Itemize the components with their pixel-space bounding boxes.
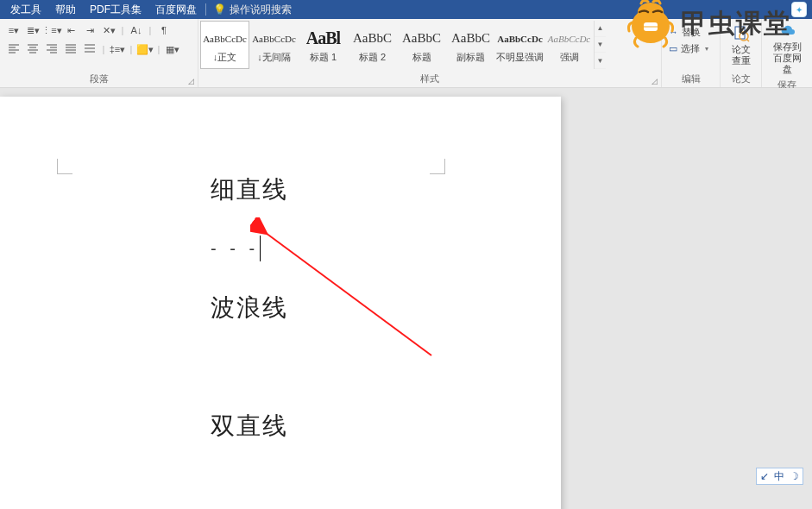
- styles-gallery[interactable]: AaBbCcDc ↓正文 AaBbCcDc ↓无间隔 AaBl 标题 1 AaB…: [200, 21, 606, 69]
- multilevel-list-button[interactable]: ⋮≡▾: [43, 22, 60, 38]
- paragraph-launcher-icon[interactable]: ◿: [188, 77, 194, 85]
- paragraph-separator-5: |: [155, 41, 162, 57]
- thesis-group-label: 论文: [721, 72, 761, 87]
- tab-dev-tools[interactable]: 发工具: [3, 3, 48, 17]
- lightbulb-icon: 💡: [213, 3, 226, 16]
- margin-corner-tr: [430, 159, 445, 174]
- margin-corner-tl: [57, 159, 72, 174]
- gallery-up-icon[interactable]: ▲: [595, 21, 606, 37]
- watermark-logo: 甲虫课堂 ✦: [624, 0, 807, 50]
- workspace: 细直线 - - - 波浪线 双直线 ↙ 中 ☽: [0, 88, 812, 509]
- increase-indent-button[interactable]: ⇥: [81, 22, 98, 38]
- edit-group-label: 编辑: [662, 72, 720, 87]
- style-title[interactable]: AaBbC 标题: [397, 21, 446, 69]
- watermark-text: 甲虫课堂: [681, 6, 791, 41]
- chinese-layout-button[interactable]: ✕▾: [100, 22, 117, 38]
- borders-button[interactable]: ▦▾: [164, 41, 181, 57]
- style-heading1[interactable]: AaBl 标题 1: [299, 21, 348, 69]
- style-emphasis[interactable]: AaBbCcDc 强调: [544, 21, 594, 69]
- align-justify-button[interactable]: [62, 41, 79, 57]
- style-no-spacing[interactable]: AaBbCcDc ↓无间隔: [249, 21, 299, 69]
- paragraph-separator-3: |: [100, 41, 107, 57]
- tell-me-search[interactable]: 操作说明搜索: [230, 3, 292, 17]
- paragraph-group-label: 段落 ◿: [0, 72, 198, 87]
- watermark-badge-icon: ✦: [791, 2, 807, 17]
- doc-line-wave[interactable]: 波浪线: [211, 291, 288, 324]
- decrease-indent-button[interactable]: ⇤: [62, 22, 79, 38]
- beetle-icon: [624, 0, 677, 50]
- paragraph-button-grid: ≡▾ ≣▾ ⋮≡▾ ⇤ ⇥ ✕▾ | A↓ | ¶: [5, 22, 181, 57]
- tab-baidu-netdisk[interactable]: 百度网盘: [148, 3, 204, 17]
- menubar-separator: [205, 3, 206, 16]
- svg-line-7: [266, 233, 431, 355]
- ime-moon-icon[interactable]: ☽: [790, 470, 799, 482]
- gallery-down-icon[interactable]: ▼: [595, 37, 606, 53]
- align-center-button[interactable]: [24, 41, 41, 57]
- doc-line-thin[interactable]: 细直线: [211, 173, 288, 206]
- distribute-button[interactable]: [81, 41, 98, 57]
- numbering-button[interactable]: ≣▾: [24, 22, 41, 38]
- ime-collapse-icon[interactable]: ↙: [760, 470, 769, 482]
- style-subtle-emphasis[interactable]: AaBbCcDc 不明显强调: [495, 21, 544, 69]
- styles-group-label: 样式 ◿: [198, 72, 661, 87]
- sort-button[interactable]: A↓: [128, 22, 145, 38]
- style-normal[interactable]: AaBbCcDc ↓正文: [200, 21, 249, 69]
- paragraph-separator-2: |: [147, 22, 154, 38]
- tab-pdf-tools[interactable]: PDF工具集: [83, 3, 148, 17]
- paragraph-separator-4: |: [128, 41, 135, 57]
- ime-toolbar[interactable]: ↙ 中 ☽: [756, 468, 803, 485]
- styles-launcher-icon[interactable]: ◿: [651, 77, 658, 85]
- ime-lang-button[interactable]: 中: [774, 469, 784, 484]
- document-page[interactable]: 细直线 - - - 波浪线 双直线: [0, 97, 561, 509]
- doc-line-double[interactable]: 双直线: [211, 409, 288, 443]
- line-spacing-button[interactable]: ‡≡▾: [109, 41, 126, 57]
- paragraph-separator: |: [119, 22, 126, 38]
- document-body[interactable]: 细直线 - - - 波浪线 双直线: [211, 173, 288, 443]
- text-cursor: [260, 236, 261, 261]
- gallery-more-icon[interactable]: ▼: [595, 53, 606, 69]
- style-subtitle[interactable]: AaBbC 副标题: [446, 21, 495, 69]
- doc-line-dashes[interactable]: - - -: [211, 236, 288, 261]
- tab-help[interactable]: 帮助: [48, 3, 83, 17]
- ribbon-group-paragraph: ≡▾ ≣▾ ⋮≡▾ ⇤ ⇥ ✕▾ | A↓ | ¶: [0, 19, 198, 87]
- ribbon-group-styles: AaBbCcDc ↓正文 AaBbCcDc ↓无间隔 AaBl 标题 1 AaB…: [198, 19, 662, 87]
- bullets-button[interactable]: ≡▾: [5, 22, 22, 38]
- styles-gallery-scroll[interactable]: ▲ ▼ ▼: [594, 21, 606, 69]
- shading-button[interactable]: 🟨▾: [136, 41, 154, 57]
- align-left-button[interactable]: [5, 41, 22, 57]
- show-marks-button[interactable]: ¶: [155, 22, 173, 38]
- style-heading2[interactable]: AaBbC 标题 2: [348, 21, 397, 69]
- align-right-button[interactable]: [43, 41, 60, 57]
